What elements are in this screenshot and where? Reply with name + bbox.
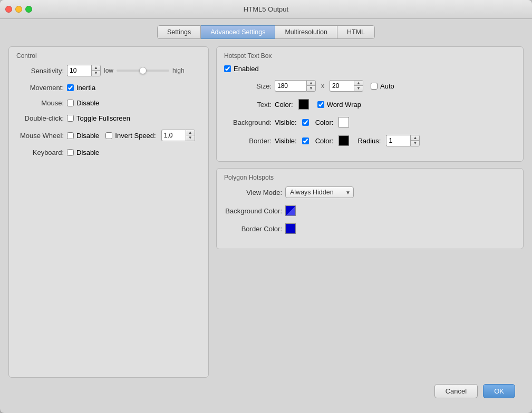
hotspot-border-visible-checkbox[interactable]: [302, 137, 309, 144]
movement-inertia-checkbox[interactable]: [67, 84, 74, 91]
hotspot-enabled-row: Enabled: [224, 65, 516, 73]
mouse-wheel-disable: Disable: [67, 132, 99, 140]
hotspot-text-row: Text: Color: Word Wrap: [224, 99, 516, 110]
mouse-disable-checkbox[interactable]: [67, 100, 74, 106]
hotspot-word-wrap-checkbox[interactable]: [317, 101, 324, 108]
sensitivity-low-label: low: [104, 67, 113, 74]
movement-row: Movement: Inertia: [16, 84, 201, 92]
hotspot-height-up-arrow[interactable]: ▲: [354, 81, 363, 86]
mouse-wheel-speed-up-arrow[interactable]: ▲: [186, 130, 195, 135]
hotspot-enabled: Enabled: [224, 65, 259, 73]
hotspot-auto-label: Auto: [380, 82, 394, 90]
sensitivity-high-label: high: [172, 67, 185, 74]
hotspot-border-visible-label: Visible:: [275, 137, 297, 145]
hotspot-border-radius-up-arrow[interactable]: ▲: [411, 135, 419, 141]
titlebar: HTML5 Output: [0, 0, 532, 19]
hotspot-border-radius-arrows: ▲ ▼: [410, 135, 420, 146]
hotspot-border-radius-input[interactable]: [386, 135, 410, 146]
mouse-wheel-speed-arrows: ▲ ▼: [186, 130, 195, 141]
keyboard-row: Keyboard: Disable: [16, 149, 201, 156]
polygon-hotspots-panel: Polygon Hotspots View Mode: Always Hidde…: [216, 168, 524, 249]
hotspot-border-row: Border: Visible: Color: Radius: ▲ ▼: [224, 135, 516, 146]
size-x-separator: x: [321, 82, 324, 90]
mouse-disable: Disable: [67, 99, 99, 107]
sensitivity-slider[interactable]: [117, 70, 169, 72]
movement-label: Movement:: [16, 84, 64, 92]
maximize-button[interactable]: [25, 6, 32, 13]
sensitivity-up-arrow[interactable]: ▲: [92, 65, 100, 71]
sensitivity-row: Sensitivity: ▲ ▼ low high: [16, 65, 201, 76]
hotspot-text-color-swatch[interactable]: [298, 99, 309, 110]
sensitivity-down-arrow[interactable]: ▼: [92, 71, 100, 76]
sensitivity-label: Sensitivity:: [16, 67, 64, 75]
hotspot-size-label: Size:: [224, 82, 272, 90]
control-panel: Control Sensitivity: ▲ ▼ low high: [8, 46, 209, 378]
double-click-label: Double-click:: [16, 114, 64, 122]
hotspot-border-radius-label: Radius:: [357, 137, 381, 145]
mouse-wheel-label: Mouse Wheel:: [16, 132, 64, 140]
mouse-wheel-speed-spinner: ▲ ▼: [161, 130, 195, 141]
tab-advanced-settings[interactable]: Advanced Settings: [201, 25, 275, 39]
hotspot-auto-checkbox[interactable]: [371, 83, 378, 90]
keyboard-disable-label: Disable: [76, 149, 99, 156]
polygon-view-mode-select[interactable]: Always Hidden Always Visible On Hover: [285, 186, 354, 198]
hotspot-width-down-arrow[interactable]: ▼: [307, 86, 315, 91]
double-click-row: Double-click: Toggle Fullscreen: [16, 114, 201, 122]
minimize-button[interactable]: [15, 6, 22, 13]
sensitivity-spinner: ▲ ▼: [67, 65, 101, 76]
hotspot-border-radius-spinner: ▲ ▼: [386, 135, 420, 146]
movement-inertia: Inertia: [67, 84, 95, 92]
hotspot-enabled-label: Enabled: [234, 65, 259, 73]
keyboard-disable: Disable: [67, 149, 99, 156]
hotspot-text-color-label: Color:: [275, 101, 293, 109]
hotspot-width-up-arrow[interactable]: ▲: [307, 81, 315, 86]
polygon-view-mode-label: View Mode:: [224, 189, 282, 196]
polygon-view-mode-row: View Mode: Always Hidden Always Visible …: [224, 186, 516, 198]
double-click-checkbox[interactable]: [67, 115, 74, 122]
mouse-wheel-invert-checkbox[interactable]: [105, 132, 112, 139]
double-click-toggle: Toggle Fullscreen: [67, 114, 130, 122]
hotspot-text-label: Text:: [224, 101, 272, 109]
tab-html[interactable]: HTML: [337, 25, 375, 39]
hotspot-width-input[interactable]: [275, 80, 306, 92]
window-content: Settings Advanced Settings Multiresoluti…: [0, 19, 532, 413]
hotspot-height-input[interactable]: [330, 80, 354, 92]
double-click-toggle-label: Toggle Fullscreen: [76, 114, 130, 122]
hotspot-background-row: Background: Visible: Color:: [224, 117, 516, 127]
mouse-wheel-disable-checkbox[interactable]: [67, 132, 74, 139]
hotspot-background-visible-checkbox[interactable]: [302, 119, 309, 126]
sensitivity-arrows: ▲ ▼: [91, 65, 101, 76]
close-button[interactable]: [5, 6, 12, 13]
main-content: Control Sensitivity: ▲ ▼ low high: [8, 46, 524, 378]
mouse-wheel-speed-down-arrow[interactable]: ▼: [186, 135, 195, 141]
hotspot-width-spinner: ▲ ▼: [275, 80, 316, 92]
hotspot-background-color-swatch[interactable]: [338, 117, 349, 127]
hotspot-enabled-checkbox[interactable]: [224, 65, 231, 72]
mouse-disable-label: Disable: [76, 99, 99, 107]
hotspot-height-spinner: ▲ ▼: [330, 80, 363, 92]
hotspot-background-color-label: Color:: [315, 119, 334, 126]
polygon-background-color-swatch[interactable]: [285, 205, 296, 216]
polygon-border-color-swatch[interactable]: [285, 223, 296, 234]
control-panel-title: Control: [16, 52, 201, 60]
ok-button[interactable]: OK: [483, 384, 515, 398]
hotspot-height-down-arrow[interactable]: ▼: [354, 86, 363, 91]
hotspot-text-box-title: Hotspot Text Box: [224, 52, 516, 60]
mouse-wheel-speed-input[interactable]: [161, 130, 186, 141]
keyboard-disable-checkbox[interactable]: [67, 149, 74, 156]
movement-inertia-label: Inertia: [76, 84, 95, 92]
bottom-bar: Cancel OK: [8, 378, 524, 405]
polygon-view-mode-select-wrapper: Always Hidden Always Visible On Hover ▼: [285, 186, 354, 198]
mouse-label: Mouse:: [16, 99, 64, 107]
window-controls: [5, 6, 32, 13]
window-title: HTML5 Output: [244, 5, 288, 13]
tab-bar: Settings Advanced Settings Multiresoluti…: [8, 25, 524, 39]
cancel-button[interactable]: Cancel: [434, 384, 478, 398]
hotspot-border-color-swatch[interactable]: [338, 135, 349, 146]
sensitivity-input[interactable]: [67, 65, 91, 76]
hotspot-size-row: Size: ▲ ▼ x ▲: [224, 80, 516, 92]
polygon-border-color-row: Border Color:: [224, 223, 516, 234]
tab-settings[interactable]: Settings: [157, 25, 201, 39]
tab-multiresolution[interactable]: Multiresolution: [275, 25, 337, 39]
hotspot-border-radius-down-arrow[interactable]: ▼: [411, 141, 419, 146]
